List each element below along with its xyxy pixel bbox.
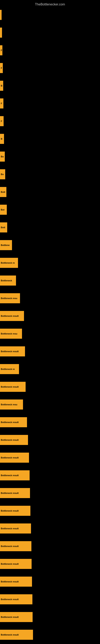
bar-row: Bottleneck resu bbox=[0, 325, 100, 342]
bar-row: Bottleneck result bbox=[0, 555, 100, 573]
bar: F bbox=[0, 45, 2, 55]
bar-label: Bottleneck result bbox=[1, 545, 19, 548]
bar: Bottleneck result bbox=[0, 524, 31, 534]
bar-row: Bottleneck result bbox=[0, 484, 100, 502]
bar: Bott bbox=[0, 187, 6, 197]
bar-label: Bottleneck result bbox=[1, 563, 19, 565]
bar-label: Bo bbox=[1, 155, 4, 158]
bar: Bottleneck result bbox=[0, 417, 27, 427]
bar: Bottlene bbox=[0, 240, 12, 250]
bar: Bottleneck result bbox=[0, 559, 32, 569]
bar-row: Bot bbox=[0, 201, 100, 218]
bar bbox=[0, 10, 1, 20]
bar-row bbox=[0, 6, 100, 24]
bar: Bottleneck result bbox=[0, 311, 24, 321]
bar-label: Bo bbox=[1, 173, 4, 176]
bar: Bottleneck result bbox=[0, 630, 33, 640]
bar-row: Bottleneck re bbox=[0, 254, 100, 272]
bar-row: Bottleneck result bbox=[0, 626, 100, 644]
bar-row: Bottleneck resu bbox=[0, 290, 100, 307]
bar-label: Bottleneck result bbox=[1, 386, 19, 388]
bar-label: B bbox=[1, 84, 2, 87]
bar-label: Bottleneck result bbox=[1, 474, 19, 476]
bar-label: F bbox=[1, 67, 2, 69]
bar: Bottleneck result bbox=[0, 488, 30, 498]
bar-label: Bott bbox=[1, 191, 5, 193]
bar: Bottleneck resu bbox=[0, 293, 20, 303]
bar: F bbox=[0, 98, 3, 108]
bar-label: Bottleneck result bbox=[1, 456, 19, 459]
bar-row: Bottleneck bbox=[0, 272, 100, 290]
bar-row: Bottleneck result bbox=[0, 307, 100, 325]
bar-label: Bott bbox=[1, 226, 5, 228]
bar-label: F bbox=[1, 102, 2, 105]
bar-label: Bottleneck resu bbox=[1, 297, 17, 300]
bar-row: Bottleneck result bbox=[0, 449, 100, 466]
bar-label: Bottleneck result bbox=[1, 616, 19, 618]
bar-row: Bo bbox=[0, 166, 100, 183]
bar-label: Bottleneck result bbox=[1, 510, 19, 512]
bar-row: Bottleneck result bbox=[0, 431, 100, 449]
bar-row: B bbox=[0, 77, 100, 94]
bar: Bottleneck result bbox=[0, 382, 26, 392]
bar: Bo bbox=[0, 152, 5, 162]
bar-row: Bottleneck result bbox=[0, 342, 100, 360]
bar: Bo bbox=[0, 169, 5, 179]
bar-row: Bott bbox=[0, 183, 100, 201]
bar-label: Bottleneck result bbox=[1, 421, 19, 424]
bar-label: Bottleneck resu bbox=[1, 403, 17, 406]
bar: Bottleneck result bbox=[0, 435, 28, 445]
bar: Bottleneck resu bbox=[0, 329, 22, 339]
bar-row: Bottleneck result bbox=[0, 608, 100, 626]
bar-label: Bottleneck result bbox=[1, 634, 19, 636]
bar-row: F bbox=[0, 59, 100, 77]
bar-label: Bottleneck re bbox=[1, 262, 15, 264]
bar bbox=[0, 28, 2, 38]
bar-row: Bo bbox=[0, 148, 100, 166]
bar-row: Bottleneck result bbox=[0, 590, 100, 608]
bar: F bbox=[0, 63, 3, 73]
bar-label: Bottleneck result bbox=[1, 492, 19, 494]
bar-label: Bottleneck result bbox=[1, 439, 19, 441]
bar: Bottleneck result bbox=[0, 612, 33, 622]
bar: Bottleneck re bbox=[0, 258, 18, 268]
bar-label: Bottleneck resu bbox=[1, 332, 17, 335]
bars-container: FFBFFBBoBoBottBotBottBottleneBottleneck … bbox=[0, 6, 100, 644]
bar: F bbox=[0, 116, 3, 126]
bar-row: Bottleneck result bbox=[0, 502, 100, 520]
bar-row: Bottleneck result bbox=[0, 466, 100, 484]
bar-row: B bbox=[0, 130, 100, 148]
bar-label: Bottleneck result bbox=[1, 315, 19, 317]
bar-label: Bottleneck result bbox=[1, 580, 19, 583]
bar: Bottleneck result bbox=[0, 470, 30, 480]
bar-label: Bottleneck result bbox=[1, 598, 19, 600]
bar: Bottleneck result bbox=[0, 576, 32, 587]
bar-row: Bottleneck result bbox=[0, 537, 100, 555]
bar: Bottleneck bbox=[0, 276, 16, 286]
bar-row: F bbox=[0, 112, 100, 130]
bar: Bott bbox=[0, 222, 7, 232]
bar-label: Bottleneck bbox=[1, 279, 12, 282]
bar-row: Bottleneck result bbox=[0, 378, 100, 396]
bar-row: Bottleneck result bbox=[0, 413, 100, 431]
bar-row: Bottleneck resu bbox=[0, 396, 100, 413]
bar: Bottleneck resu bbox=[0, 400, 23, 410]
bar-row: F bbox=[0, 94, 100, 112]
bar-label: Bottleneck result bbox=[1, 527, 19, 530]
bar: Bottleneck re bbox=[0, 364, 19, 374]
bar-row: Bottleneck result bbox=[0, 573, 100, 590]
bar-row: Bott bbox=[0, 218, 100, 236]
bar-row bbox=[0, 24, 100, 42]
bar: Bottleneck result bbox=[0, 594, 32, 604]
bar-label: Bottleneck result bbox=[1, 350, 19, 352]
bar-row: F bbox=[0, 42, 100, 59]
bar-label: F bbox=[1, 120, 2, 122]
bar-row: Bottlene bbox=[0, 236, 100, 254]
bar-label: F bbox=[1, 49, 2, 52]
bar: B bbox=[0, 134, 4, 144]
bar: Bottleneck result bbox=[0, 346, 25, 356]
bar: Bottleneck result bbox=[0, 452, 29, 463]
bar: Bot bbox=[0, 205, 7, 215]
bar-row: Bottleneck result bbox=[0, 520, 100, 537]
bar-label: Bot bbox=[1, 208, 4, 211]
